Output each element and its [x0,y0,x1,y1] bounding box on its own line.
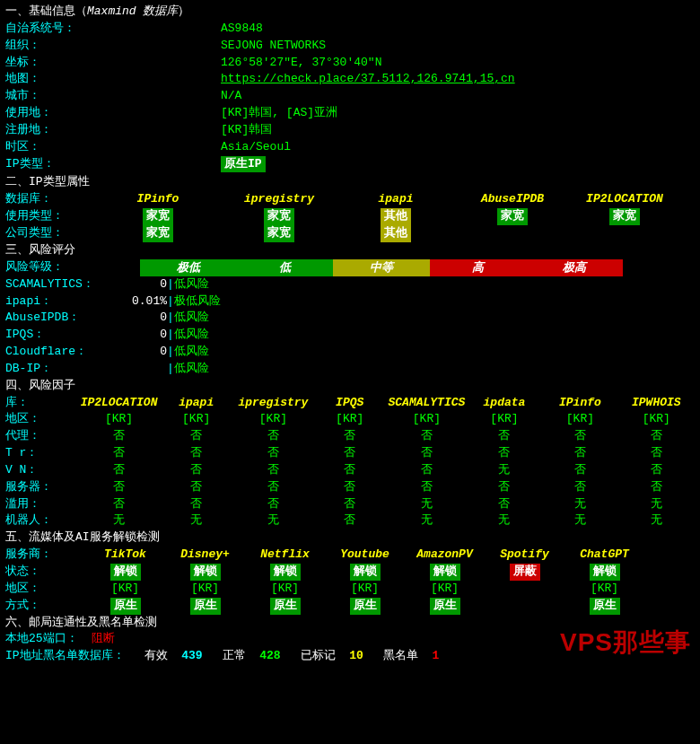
city-row: 城市：N/A [5,88,695,105]
factor-row: 滥用：否否否否无否无无 [5,496,695,513]
risk-bar-segment: 低 [237,259,334,276]
mode-badge: 原生 [590,598,620,615]
map-link[interactable]: https://check.place/37.5112,126.9741,15,… [221,71,515,88]
section-5-title: 五、流媒体及AI服务解锁检测 [5,530,695,547]
status-badge: 解锁 [270,564,301,581]
use-type-row: 使用类型： 家宽 家宽 其他 家宽 家宽 [5,208,678,225]
section-2-title: 二、IP类型属性 [5,174,695,191]
company-type-badge: 家宽 [143,225,173,242]
status-badge: 解锁 [430,564,460,581]
mode-badge: 原生 [430,598,460,615]
factor-row: T r：否否否否否否否否 [5,445,695,462]
risk-score-row: AbuseIPDB：0|低风险 [5,310,695,327]
risk-score-row: IPQS：0|低风险 [5,327,695,344]
risk-score-row: Cloudflare：0|低风险 [5,344,695,361]
factor-row: 服务器：否否否否否否否否 [5,479,695,496]
section-3-title: 三、风险评分 [5,242,695,259]
status-badge: 解锁 [350,564,381,581]
use-loc-row: 使用地：[KR]韩国, [AS]亚洲 [5,105,695,122]
media-table: 服务商： TikTok Disney+ Netflix Youtube Amaz… [5,547,644,614]
reg-loc-row: 注册地：[KR]韩国 [5,122,695,139]
map-row: 地图：https://check.place/37.5112,126.9741,… [5,71,695,88]
status-badge: 解锁 [590,564,620,581]
risk-score-row: SCAMALYTICS：0|低风险 [5,276,695,293]
risk-bar-segment: 中等 [333,259,430,276]
risk-bar-segment: 极低 [140,259,237,276]
risk-factors-table: 库： IP2LOCATION ipapi ipregistry IPQS SCA… [5,395,695,530]
mode-badge: 原生 [110,598,141,615]
coord-row: 坐标：126°58′27″E, 37°30′40″N [5,55,695,72]
status-row: 状态： 解锁 解锁 解锁 解锁 解锁 屏蔽 解锁 [5,564,644,581]
watermark: VPS那些事 [560,625,691,661]
factor-row: V N：否否否否否无否否 [5,462,695,479]
status-badge: 屏蔽 [510,564,540,581]
risk-score-row: DB-IP：|低风险 [5,361,695,378]
use-type-badge: 家宽 [609,208,640,225]
factor-row: 代理：否否否否否否否否 [5,428,695,445]
asn-row: 自治系统号：AS9848 [5,21,695,38]
section-1-title: 一、基础信息（Maxmind 数据库） [5,4,695,21]
org-row: 组织：SEJONG NETWORKS [5,38,695,55]
mode-badge: 原生 [350,598,381,615]
risk-score-row: ipapi：0.01%|极低风险 [5,293,695,311]
company-type-row: 公司类型： 家宽 家宽 其他 [5,225,678,242]
mode-badge: 原生 [270,598,301,615]
tz-row: 时区：Asia/Seoul [5,139,695,156]
factor-row: 机器人：无无无否无无无无 [5,512,695,530]
region-row: 地区： [KR] [KR] [KR] [KR] [KR] [KR] [5,581,644,598]
status-badge: 解锁 [190,564,221,581]
iptype-table: 数据库： IPinfo ipregistry ipapi AbuseIPDB I… [5,191,678,242]
company-type-badge: 家宽 [264,225,294,242]
native-ip-badge: 原生IP [221,156,266,173]
risk-bar-segment: 极高 [526,259,623,276]
use-type-badge: 家宽 [264,208,294,225]
mode-badge: 原生 [190,598,221,615]
use-type-badge: 其他 [381,208,411,225]
risk-level-bar-row: 风险等级： 极低 低 中等 高 极高 [5,259,695,276]
section-4-title: 四、风险因子 [5,378,695,395]
status-badge: 解锁 [110,564,141,581]
factor-row: 地区：[KR][KR][KR][KR][KR][KR][KR][KR] [5,411,695,428]
iptype-row: IP类型： 原生IP [5,156,695,173]
company-type-badge: 其他 [381,225,411,242]
mode-row: 方式： 原生 原生 原生 原生 原生 原生 [5,598,644,615]
risk-bar-segment: 高 [430,259,527,276]
use-type-badge: 家宽 [143,208,173,225]
use-type-badge: 家宽 [497,208,528,225]
